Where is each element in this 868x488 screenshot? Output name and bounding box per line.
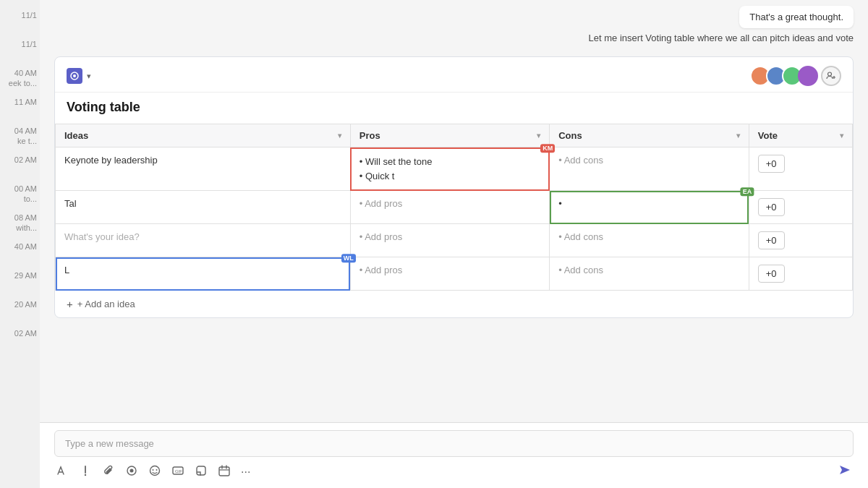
col-header-vote: Vote ▾	[749, 124, 852, 147]
messages-container: That's a great thought. Let me insert Vo…	[40, 0, 868, 422]
svg-point-7	[150, 466, 160, 475]
cursor-badge-wl: WL	[341, 254, 356, 262]
table-row: Tal Add pros EA • +0	[56, 191, 853, 224]
ideas-col-chevron: ▾	[338, 132, 341, 140]
sidebar-time-12: 02 AM	[0, 324, 40, 353]
cons-cell-1[interactable]: Add cons	[550, 147, 749, 191]
pros-cell-1[interactable]: KM Will set the tone Quick t	[350, 147, 550, 191]
avatar-group	[750, 66, 841, 86]
format-icon[interactable]	[56, 464, 69, 480]
idea-cell-3[interactable]: What's your idea?	[56, 224, 351, 257]
system-message: Let me insert Voting table where we all …	[54, 30, 854, 51]
vote-button-2[interactable]: +0	[758, 198, 785, 216]
svg-text:GIF: GIF	[175, 469, 182, 474]
sidebar-time-11: 20 AM	[0, 295, 40, 324]
idea-cell-1[interactable]: Keynote by leadership	[56, 147, 351, 191]
pros-list-1: Will set the tone Quick t	[359, 155, 541, 183]
svg-point-6	[130, 468, 134, 472]
voting-card: ▾ Voting table	[54, 56, 854, 318]
svg-point-2	[828, 72, 832, 76]
idea-cell-4[interactable]: WL L	[56, 257, 351, 291]
cursor-badge-km: KM	[540, 144, 555, 153]
message-input-box[interactable]: Type a new message	[54, 430, 854, 457]
cons-placeholder-1: Add cons	[558, 155, 603, 166]
more-options-icon[interactable]: ···	[241, 466, 250, 479]
chat-bubble: That's a great thought.	[739, 6, 854, 28]
sidebar-time-3: 40 AMeek to...	[0, 64, 40, 93]
idea-value-4: L	[64, 265, 69, 275]
idea-cell-2[interactable]: Tal	[56, 191, 351, 224]
gif-icon[interactable]: GIF	[171, 464, 184, 480]
sidebar-time-4: 11 AM	[0, 93, 40, 121]
card-logo-icon	[67, 68, 82, 84]
svg-rect-12	[197, 466, 205, 475]
vote-cell-3: +0	[749, 224, 852, 257]
svg-rect-13	[219, 467, 229, 476]
add-participant-button[interactable]	[821, 66, 841, 86]
message-placeholder: Type a new message	[65, 438, 154, 449]
add-idea-plus-icon: +	[67, 298, 73, 310]
sidebar: 11/1 11/1 40 AMeek to... 11 AM 04 AMke t…	[0, 0, 40, 488]
pros-cell-4[interactable]: Add pros	[350, 257, 550, 291]
card-chevron-icon[interactable]: ▾	[87, 72, 91, 81]
emoji-icon[interactable]	[148, 464, 161, 480]
schedule-icon[interactable]	[218, 464, 231, 480]
pros-placeholder-4: Add pros	[359, 265, 403, 275]
pros-cell-3[interactable]: Add pros	[350, 224, 550, 257]
idea-text-1: Keynote by leadership	[64, 155, 158, 166]
attach-icon[interactable]	[102, 464, 115, 480]
card-title: Voting table	[55, 93, 853, 124]
bubble-text: That's a great thought.	[749, 12, 843, 22]
cons-dot-2: •	[558, 198, 562, 209]
vote-cell-1: +0	[749, 147, 852, 191]
pros-item-2: Quick t	[359, 169, 541, 184]
sidebar-time-6: 02 AM	[0, 150, 40, 179]
svg-point-8	[153, 469, 154, 471]
svg-point-1	[73, 74, 76, 77]
vote-cell-2: +0	[749, 191, 852, 224]
cons-placeholder-4: Add cons	[558, 265, 603, 275]
cons-cell-2[interactable]: EA •	[550, 191, 749, 224]
cursor-badge-ea: EA	[741, 187, 754, 196]
add-idea-label: + Add an idea	[77, 299, 135, 309]
idea-text-2: Tal	[64, 198, 77, 209]
svg-point-4	[85, 474, 86, 475]
message-row-bubble: That's a great thought.	[54, 6, 854, 28]
chat-area: That's a great thought. Let me insert Vo…	[40, 0, 868, 488]
voting-table: Ideas ▾ Pros ▾ Cons	[55, 124, 853, 291]
message-input-area: Type a new message GIF	[40, 422, 868, 488]
cons-cell-4[interactable]: Add cons	[550, 257, 749, 291]
loop-icon[interactable]	[125, 464, 138, 480]
sticker-icon[interactable]	[195, 464, 208, 480]
col-header-ideas: Ideas ▾	[56, 124, 351, 147]
table-row: What's your idea? Add pros Add cons +0	[56, 224, 853, 257]
vote-button-4[interactable]: +0	[758, 265, 785, 283]
vote-cell-4: +0	[749, 257, 852, 291]
pros-item-1: Will set the tone	[359, 155, 541, 169]
col-header-pros: Pros ▾	[350, 124, 550, 147]
vote-col-chevron: ▾	[840, 132, 843, 140]
svg-point-9	[156, 469, 158, 471]
add-idea-button[interactable]: + + Add an idea	[55, 291, 853, 317]
cons-cell-3[interactable]: Add cons	[550, 224, 749, 257]
send-button[interactable]	[838, 463, 852, 481]
priority-icon[interactable]	[79, 464, 92, 480]
sidebar-time-2: 11/1	[0, 35, 40, 64]
card-header: ▾	[55, 57, 853, 93]
sidebar-time-1: 11/1	[0, 6, 40, 35]
cons-col-chevron: ▾	[736, 132, 740, 140]
input-toolbar: GIF ···	[54, 463, 854, 481]
col-header-cons: Cons ▾	[550, 124, 749, 147]
idea-placeholder-3: What's your idea?	[64, 231, 140, 242]
pros-col-chevron: ▾	[537, 132, 540, 140]
table-header-row: Ideas ▾ Pros ▾ Cons	[56, 124, 853, 147]
vote-button-3[interactable]: +0	[758, 231, 785, 249]
vote-button-1[interactable]: +0	[758, 155, 785, 173]
pros-placeholder-3: Add pros	[359, 231, 403, 242]
pros-cell-2[interactable]: Add pros	[350, 191, 550, 224]
sidebar-time-7: 00 AMto...	[0, 179, 40, 208]
table-row: Keynote by leadership KM Will set the to…	[56, 147, 853, 191]
cons-placeholder-3: Add cons	[558, 231, 603, 242]
sidebar-time-8: 08 AMwith...	[0, 208, 40, 237]
avatar-4	[798, 66, 818, 86]
